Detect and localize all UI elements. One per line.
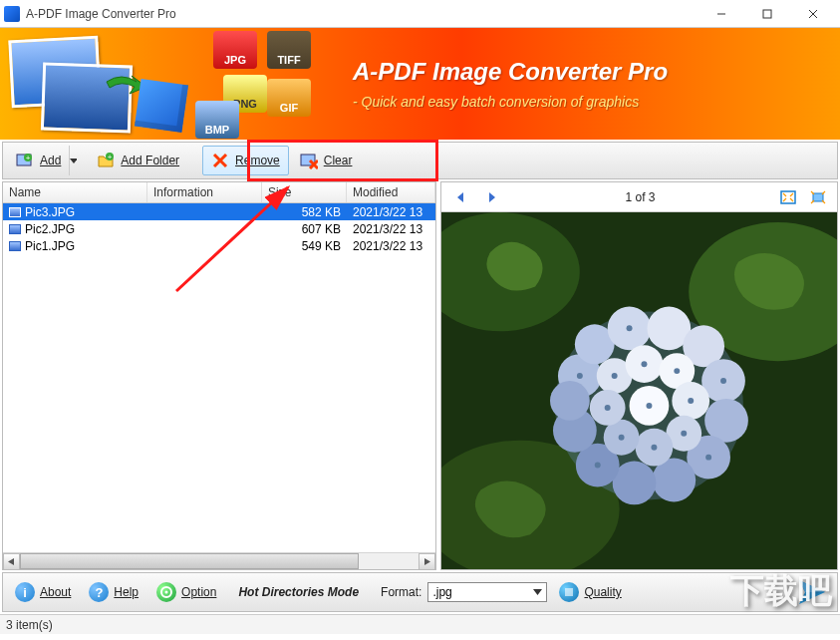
svg-point-59 xyxy=(165,591,168,594)
add-folder-button[interactable]: + Add Folder xyxy=(88,146,188,175)
scroll-left-button[interactable] xyxy=(3,553,20,570)
scroll-right-button[interactable] xyxy=(419,553,435,570)
next-image-button[interactable] xyxy=(483,188,501,206)
table-row[interactable]: Pic2.JPG607 KB2021/3/22 13 xyxy=(3,220,435,237)
svg-point-50 xyxy=(619,435,625,441)
banner-filetypes: JPG TIFF PNG BMP GIF xyxy=(213,29,333,139)
list-body[interactable]: Pic3.JPG582 KB2021/3/22 13Pic2.JPG607 KB… xyxy=(3,203,435,552)
status-items: 3 item(s) xyxy=(6,618,53,632)
svg-text:+: + xyxy=(108,153,113,161)
format-value: .jpg xyxy=(432,585,451,599)
fit-window-button[interactable] xyxy=(779,188,797,206)
info-icon: i xyxy=(15,582,35,602)
about-button[interactable]: i About xyxy=(9,579,77,605)
quality-button[interactable]: Quality xyxy=(553,579,627,605)
file-icon xyxy=(9,241,21,251)
banner-photos xyxy=(10,34,189,134)
svg-point-53 xyxy=(577,373,583,379)
clear-icon xyxy=(300,152,318,169)
svg-text:+: + xyxy=(26,154,31,162)
add-dropdown-caret[interactable] xyxy=(69,146,77,175)
table-row[interactable]: Pic3.JPG582 KB2021/3/22 13 xyxy=(3,203,435,220)
close-button[interactable] xyxy=(790,0,836,28)
svg-point-54 xyxy=(627,325,633,331)
preview-toolbar: 1 of 3 xyxy=(441,182,837,212)
add-button[interactable]: + Add xyxy=(7,146,86,175)
remove-button[interactable]: Remove xyxy=(202,146,289,175)
svg-point-52 xyxy=(646,403,652,409)
svg-rect-60 xyxy=(565,588,573,596)
svg-point-46 xyxy=(674,368,680,374)
svg-point-47 xyxy=(688,398,694,404)
titlebar: A-PDF Image Converter Pro xyxy=(0,0,840,28)
scroll-thumb[interactable] xyxy=(20,553,359,569)
add-label: Add xyxy=(40,154,61,167)
col-size[interactable]: Size xyxy=(262,182,347,202)
banner-subtitle: - Quick and easy batch conversion of gra… xyxy=(353,94,668,110)
folder-plus-icon: + xyxy=(97,152,115,169)
svg-point-45 xyxy=(641,361,647,367)
preview-panel: 1 of 3 xyxy=(440,181,838,570)
toolbar: + Add + Add Folder Remove Clear xyxy=(2,142,838,179)
window-controls xyxy=(699,0,836,28)
file-icon xyxy=(9,207,21,217)
remove-label: Remove xyxy=(235,154,280,167)
svg-point-49 xyxy=(651,445,657,451)
horizontal-scrollbar[interactable] xyxy=(3,552,435,569)
add-image-icon: + xyxy=(16,152,34,169)
bottom-toolbar: i About ? Help Option Hot Directories Mo… xyxy=(2,572,838,612)
banner-title: A-PDF Image Converter Pro xyxy=(353,58,668,86)
mode-label: Hot Directories Mode xyxy=(238,585,359,599)
svg-point-51 xyxy=(605,405,611,411)
window-title: A-PDF Image Converter Pro xyxy=(26,7,699,21)
gear-icon xyxy=(156,582,176,602)
format-label: Format: xyxy=(381,585,421,599)
minimize-button[interactable] xyxy=(699,0,744,28)
option-button[interactable]: Option xyxy=(150,579,222,605)
content: Name Information Size Modified Pic3.JPG5… xyxy=(2,181,838,570)
svg-point-48 xyxy=(681,431,687,437)
svg-rect-16 xyxy=(813,193,823,201)
help-icon: ? xyxy=(89,582,109,602)
svg-point-34 xyxy=(550,381,590,421)
clear-button[interactable]: Clear xyxy=(291,146,362,175)
svg-rect-1 xyxy=(763,10,771,18)
col-name[interactable]: Name xyxy=(3,182,147,202)
remove-icon xyxy=(211,152,229,169)
add-folder-label: Add Folder xyxy=(121,154,179,167)
file-icon xyxy=(9,224,21,234)
actual-size-button[interactable] xyxy=(809,188,827,206)
app-icon xyxy=(4,6,20,22)
svg-rect-15 xyxy=(781,191,795,203)
list-header: Name Information Size Modified xyxy=(3,182,435,203)
svg-point-56 xyxy=(705,455,711,461)
col-modified[interactable]: Modified xyxy=(347,182,435,202)
format-select[interactable]: .jpg xyxy=(427,582,547,602)
help-button[interactable]: ? Help xyxy=(83,579,144,605)
clear-label: Clear xyxy=(324,154,353,167)
preview-image xyxy=(441,212,837,569)
file-list-panel: Name Information Size Modified Pic3.JPG5… xyxy=(2,181,436,570)
svg-point-44 xyxy=(612,373,618,379)
table-row[interactable]: Pic1.JPG549 KB2021/3/22 13 xyxy=(3,237,435,254)
quality-icon xyxy=(559,582,579,602)
preview-counter: 1 of 3 xyxy=(625,190,655,204)
chevron-down-icon xyxy=(533,589,542,595)
svg-point-57 xyxy=(595,463,601,469)
run-button[interactable] xyxy=(795,576,831,608)
svg-point-55 xyxy=(720,378,726,384)
prev-image-button[interactable] xyxy=(451,188,469,206)
status-bar: 3 item(s) xyxy=(0,614,840,634)
maximize-button[interactable] xyxy=(744,0,790,28)
col-info[interactable]: Information xyxy=(147,182,262,202)
banner: JPG TIFF PNG BMP GIF A-PDF Image Convert… xyxy=(0,28,840,140)
